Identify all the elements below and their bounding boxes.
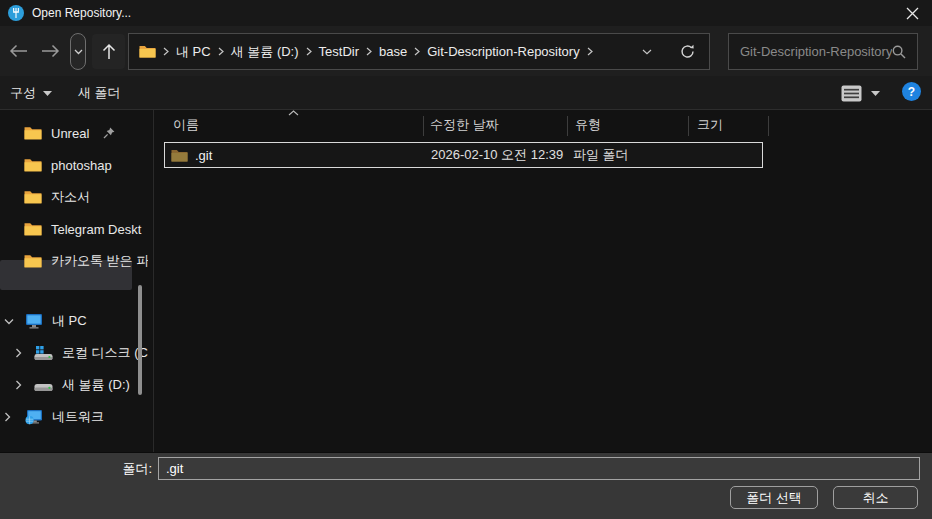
search-input[interactable]: Git-Description-Repository... [728, 33, 918, 70]
address-bar[interactable]: 내 PC 새 볼륨 (D:) TestDir base Git-Descript… [128, 33, 710, 70]
organize-button[interactable]: 구성 [10, 83, 52, 103]
folder-icon [24, 222, 42, 236]
sidebar-item-new-volume-d[interactable]: 새 볼륨 (D:) [0, 370, 148, 400]
column-header-name[interactable]: 이름 [173, 116, 199, 134]
folder-icon [24, 158, 42, 172]
sidebar-scrollbar[interactable] [138, 285, 142, 395]
recent-locations-button[interactable] [70, 33, 86, 70]
pin-icon [103, 127, 115, 139]
folder-icon [24, 190, 42, 204]
column-divider[interactable] [423, 116, 424, 136]
sort-ascending-icon [288, 110, 299, 116]
chevron-right-icon [306, 47, 312, 56]
file-row-git[interactable]: .git 2026-02-10 오전 12:39 파일 폴더 [164, 142, 763, 168]
sidebar-item-label: photoshap [51, 158, 112, 173]
folder-icon [24, 254, 42, 268]
sidebar-item-label: 로컬 디스크 (C [62, 344, 148, 362]
network-icon [25, 409, 43, 425]
sidebar-item-kakaotalk[interactable]: 카카오톡 받은 파 [0, 246, 148, 276]
file-modified-date: 2026-02-10 오전 12:39 [431, 146, 563, 164]
window-title: Open Repository... [32, 0, 131, 26]
sidebar-item-label: 내 PC [52, 312, 87, 330]
sidebar-item-jasoseo[interactable]: 자소서 [0, 182, 148, 212]
navigation-pane: Unreal photoshap 자소서 [0, 110, 152, 452]
sidebar-item-label: Telegram Deskt [51, 222, 141, 237]
dialog-footer: 폴더: 폴더 선택 취소 [0, 452, 932, 519]
main-content: Unreal photoshap 자소서 [0, 110, 932, 452]
column-divider[interactable] [688, 116, 689, 136]
chevron-right-icon [414, 47, 420, 56]
breadcrumb-item-testdir[interactable]: TestDir [319, 44, 359, 59]
view-options-button[interactable] [841, 82, 880, 104]
breadcrumb-item-pc[interactable]: 내 PC [176, 43, 211, 61]
caret-down-icon [871, 91, 880, 96]
search-placeholder: Git-Description-Repository... [740, 44, 892, 59]
breadcrumb-item-repository[interactable]: Git-Description-Repository [427, 44, 579, 59]
hidden-folder-icon [171, 149, 188, 162]
cancel-button[interactable]: 취소 [833, 486, 918, 509]
folder-name-label: 폴더: [108, 460, 152, 478]
file-type: 파일 폴더 [573, 146, 629, 164]
column-header-modified[interactable]: 수정한 날짜 [430, 116, 499, 134]
address-dropdown-icon[interactable] [642, 49, 652, 55]
list-view-icon [841, 85, 862, 102]
forward-button[interactable] [36, 38, 64, 64]
sidebar-item-label: 자소서 [51, 188, 90, 206]
fork-app-icon [8, 5, 24, 21]
help-icon[interactable]: ? [902, 82, 921, 101]
sidebar-item-label: Unreal [51, 126, 89, 141]
sidebar-item-photoshap[interactable]: photoshap [0, 150, 148, 180]
back-button[interactable] [4, 38, 32, 64]
title-bar: Open Repository... [0, 0, 932, 26]
pane-divider [153, 110, 154, 452]
chevron-right-icon [218, 47, 224, 56]
file-list: 이름 수정한 날짜 유형 크기 .git 2026-02-10 오전 12:39… [155, 110, 932, 452]
column-header-size[interactable]: 크기 [697, 116, 723, 134]
folder-icon [24, 126, 42, 140]
new-folder-label: 새 폴더 [78, 84, 121, 102]
sidebar-item-this-pc[interactable]: 내 PC [0, 306, 148, 336]
chevron-right-icon [366, 47, 372, 56]
sidebar-item-label: 네트워크 [52, 408, 104, 426]
column-divider[interactable] [768, 116, 769, 136]
up-button[interactable] [92, 34, 125, 69]
organize-label: 구성 [10, 84, 36, 102]
chevron-down-icon [74, 49, 83, 55]
column-divider[interactable] [567, 116, 568, 136]
column-header-type[interactable]: 유형 [575, 116, 601, 134]
chevron-right-icon[interactable] [15, 380, 22, 390]
breadcrumb-item-base[interactable]: base [379, 44, 407, 59]
refresh-icon[interactable] [680, 44, 695, 59]
pc-monitor-icon [25, 313, 43, 329]
close-icon[interactable] [896, 0, 928, 26]
disk-icon [34, 378, 53, 393]
folder-name-input[interactable] [158, 457, 920, 480]
caret-down-icon [43, 91, 52, 96]
open-repository-dialog: Open Repository... [0, 0, 932, 519]
search-icon [892, 45, 906, 59]
chevron-right-icon[interactable] [4, 412, 11, 422]
sidebar-item-label: 새 볼륨 (D:) [62, 376, 130, 394]
chevron-right-icon [587, 47, 593, 56]
breadcrumb-item-drive-d[interactable]: 새 볼륨 (D:) [231, 43, 299, 61]
file-name: .git [195, 148, 212, 163]
chevron-down-icon[interactable] [4, 318, 14, 325]
folder-icon [139, 45, 156, 58]
os-disk-icon [34, 346, 53, 361]
select-folder-button[interactable]: 폴더 선택 [730, 486, 818, 509]
sidebar-item-unreal[interactable]: Unreal [0, 118, 148, 148]
new-folder-button[interactable]: 새 폴더 [78, 83, 121, 103]
sidebar-item-local-disk-c[interactable]: 로컬 디스크 (C [0, 338, 148, 368]
sidebar-item-label: 카카오톡 받은 파 [51, 252, 148, 270]
command-toolbar: 구성 새 폴더 ? [0, 76, 932, 110]
chevron-right-icon [163, 47, 169, 56]
sidebar-item-telegram[interactable]: Telegram Deskt [0, 214, 148, 244]
chevron-right-icon[interactable] [15, 348, 22, 358]
navigation-bar: 내 PC 새 볼륨 (D:) TestDir base Git-Descript… [0, 26, 932, 76]
sidebar-item-network[interactable]: 네트워크 [0, 402, 148, 432]
